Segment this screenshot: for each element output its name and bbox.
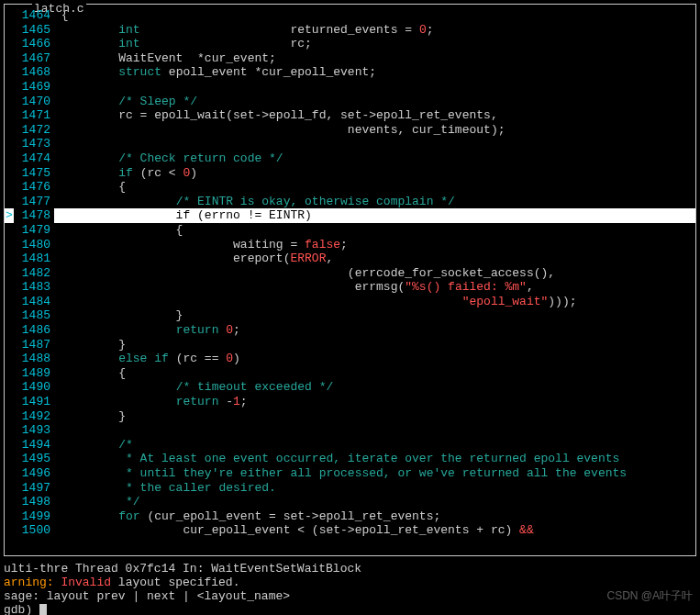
code-line[interactable]: 1498 */	[5, 495, 695, 509]
code-line[interactable]: 1486 return 0;	[5, 323, 695, 338]
breakpoint-gutter[interactable]	[5, 308, 14, 323]
breakpoint-gutter[interactable]	[5, 151, 14, 166]
code-line[interactable]: 1495 * At least one event occurred, iter…	[5, 452, 695, 466]
breakpoint-gutter[interactable]: >	[5, 208, 14, 223]
line-number: 1475	[14, 166, 54, 181]
line-number: 1496	[14, 466, 54, 481]
breakpoint-gutter[interactable]	[5, 495, 14, 509]
breakpoint-gutter[interactable]	[5, 65, 14, 80]
breakpoint-gutter[interactable]	[5, 366, 14, 381]
line-number: 1473	[14, 137, 54, 151]
line-number: 1484	[14, 295, 54, 309]
code-line[interactable]: 1474 /* Check return code */	[5, 151, 695, 166]
code-line[interactable]: 1492 }	[5, 409, 695, 424]
line-number: 1469	[14, 80, 54, 95]
code-line[interactable]: 1464 {	[5, 8, 695, 23]
breakpoint-gutter[interactable]	[5, 195, 14, 209]
code-line[interactable]: 1467 WaitEvent *cur_event;	[5, 51, 695, 66]
breakpoint-gutter[interactable]	[5, 452, 14, 466]
line-number: 1486	[14, 323, 54, 338]
code-line[interactable]: 1485 }	[5, 308, 695, 323]
code-line[interactable]: 1471 rc = epoll_wait(set->epoll_fd, set-…	[5, 108, 695, 123]
line-number: 1466	[14, 37, 54, 51]
breakpoint-gutter[interactable]	[5, 523, 14, 538]
code-line[interactable]: 1500 cur_epoll_event < (set->epoll_ret_e…	[5, 523, 695, 538]
line-number: 1465	[14, 23, 54, 38]
line-number: 1479	[14, 223, 54, 238]
breakpoint-gutter[interactable]	[5, 466, 14, 481]
code-line[interactable]: 1499 for (cur_epoll_event = set->epoll_r…	[5, 509, 695, 524]
breakpoint-gutter[interactable]	[5, 280, 14, 295]
breakpoint-gutter[interactable]	[5, 295, 14, 309]
code-line[interactable]: 1493	[5, 423, 695, 438]
code-line[interactable]: 1465 int returned_events = 0;	[5, 23, 695, 38]
breakpoint-gutter[interactable]	[5, 338, 14, 352]
line-number: 1499	[14, 509, 54, 524]
breakpoint-gutter[interactable]	[5, 166, 14, 181]
code-line[interactable]: >1478 if (errno != EINTR)	[5, 208, 695, 223]
line-number: 1491	[14, 395, 54, 409]
code-line[interactable]: 1482 (errcode_for_socket_access(),	[5, 266, 695, 281]
line-number: 1476	[14, 180, 54, 195]
breakpoint-gutter[interactable]	[5, 137, 14, 151]
code-line[interactable]: 1470 /* Sleep */	[5, 95, 695, 109]
breakpoint-gutter[interactable]	[5, 8, 14, 23]
line-number: 1477	[14, 195, 54, 209]
warning-line: arning: Invalid layout specified.	[4, 576, 696, 589]
line-number: 1487	[14, 338, 54, 352]
breakpoint-gutter[interactable]	[5, 438, 14, 453]
breakpoint-gutter[interactable]	[5, 180, 14, 195]
breakpoint-gutter[interactable]	[5, 238, 14, 252]
code-line[interactable]: 1483 errmsg("%s() failed: %m",	[5, 280, 695, 295]
code-line[interactable]: 1466 int rc;	[5, 37, 695, 51]
code-line[interactable]: 1496 * until they're either all processe…	[5, 466, 695, 481]
breakpoint-gutter[interactable]	[5, 481, 14, 496]
breakpoint-gutter[interactable]	[5, 380, 14, 395]
breakpoint-gutter[interactable]	[5, 323, 14, 338]
code-line[interactable]: 1469	[5, 80, 695, 95]
code-line[interactable]: 1491 return -1;	[5, 395, 695, 409]
breakpoint-gutter[interactable]	[5, 51, 14, 66]
code-line[interactable]: 1475 if (rc < 0)	[5, 166, 695, 181]
gdb-prompt[interactable]: gdb)	[4, 603, 696, 615]
line-number: 1485	[14, 308, 54, 323]
line-number: 1498	[14, 495, 54, 509]
breakpoint-gutter[interactable]	[5, 37, 14, 51]
breakpoint-gutter[interactable]	[5, 266, 14, 281]
code-line[interactable]: 1480 waiting = false;	[5, 238, 695, 252]
code-line[interactable]: 1489 {	[5, 366, 695, 381]
line-number: 1489	[14, 366, 54, 381]
breakpoint-gutter[interactable]	[5, 80, 14, 95]
code-line[interactable]: 1473	[5, 137, 695, 151]
code-line[interactable]: 1468 struct epoll_event *cur_epoll_event…	[5, 65, 695, 80]
code-line[interactable]: 1472 nevents, cur_timeout);	[5, 123, 695, 138]
line-number: 1472	[14, 123, 54, 138]
line-number: 1483	[14, 280, 54, 295]
breakpoint-gutter[interactable]	[5, 509, 14, 524]
breakpoint-gutter[interactable]	[5, 423, 14, 438]
code-line[interactable]: 1479 {	[5, 223, 695, 238]
code-line[interactable]: 1484 "epoll_wait")));	[5, 295, 695, 309]
code-line[interactable]: 1488 else if (rc == 0)	[5, 352, 695, 366]
line-number: 1493	[14, 423, 54, 438]
breakpoint-gutter[interactable]	[5, 395, 14, 409]
code-line[interactable]: 1477 /* EINTR is okay, otherwise complai…	[5, 195, 695, 209]
line-number: 1468	[14, 65, 54, 80]
breakpoint-gutter[interactable]	[5, 95, 14, 109]
code-area[interactable]: 1464 { 1465 int returned_events = 0; 146…	[5, 5, 695, 542]
code-line[interactable]: 1476 {	[5, 180, 695, 195]
code-line[interactable]: 1494 /*	[5, 438, 695, 453]
breakpoint-gutter[interactable]	[5, 123, 14, 138]
code-line[interactable]: 1481 ereport(ERROR,	[5, 252, 695, 266]
breakpoint-gutter[interactable]	[5, 223, 14, 238]
breakpoint-gutter[interactable]	[5, 409, 14, 424]
breakpoint-gutter[interactable]	[5, 252, 14, 266]
line-number: 1478	[14, 208, 54, 223]
line-number: 1490	[14, 380, 54, 395]
breakpoint-gutter[interactable]	[5, 352, 14, 366]
code-line[interactable]: 1487 }	[5, 338, 695, 352]
breakpoint-gutter[interactable]	[5, 108, 14, 123]
breakpoint-gutter[interactable]	[5, 23, 14, 38]
code-line[interactable]: 1490 /* timeout exceeded */	[5, 380, 695, 395]
code-line[interactable]: 1497 * the caller desired.	[5, 481, 695, 496]
